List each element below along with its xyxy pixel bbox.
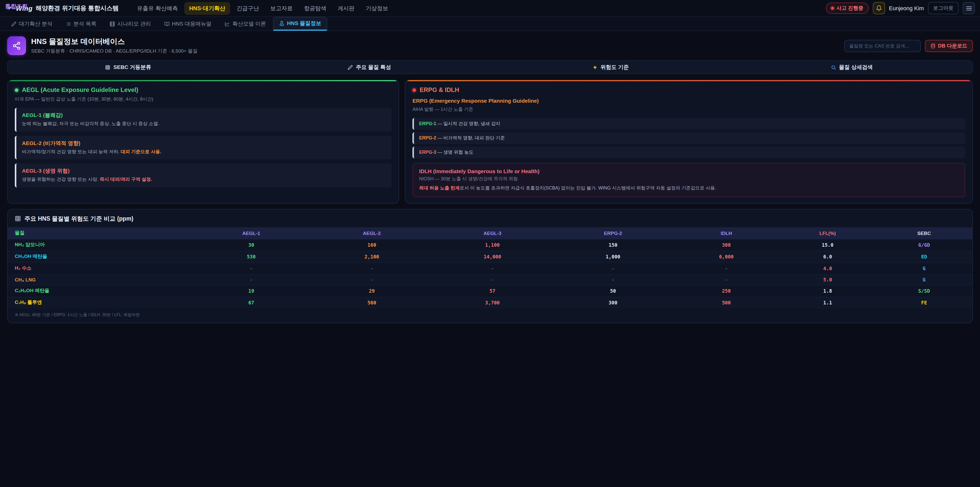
section-tab-label: 물질 상세검색 bbox=[839, 64, 873, 71]
aegl-panel-subtitle: 미국 EPA — 일반인 급성 노출 기준 (10분, 30분, 60분, 4시… bbox=[15, 96, 391, 103]
red-dot-icon bbox=[412, 88, 416, 92]
erpg-level-name: ERPG-2 bbox=[419, 135, 436, 141]
value-cell: ED bbox=[876, 251, 972, 262]
pencil-icon bbox=[11, 21, 16, 27]
value-cell: G bbox=[876, 274, 972, 285]
value-cell: 300 bbox=[553, 297, 673, 308]
erpg-panel-header: ERPG & IDLH bbox=[412, 86, 965, 93]
value-cell: - bbox=[191, 274, 312, 285]
value-cell: - bbox=[432, 274, 553, 285]
substance-name-cell: NH₃ 암모니아 bbox=[8, 239, 191, 251]
tab-label: 분석 목록 bbox=[73, 21, 97, 27]
molecule-icon bbox=[7, 36, 26, 55]
section-tab[interactable]: 주요 물질 특성 bbox=[249, 61, 490, 73]
incident-label: 사고 진행중 bbox=[836, 5, 863, 12]
book-icon bbox=[164, 21, 169, 27]
aegl-level-highlight: 즉시 대피/격리 구역 설정. bbox=[100, 177, 152, 182]
tab[interactable]: 대기확산 분석 bbox=[5, 18, 59, 30]
value-cell: - bbox=[312, 274, 432, 285]
column-header: LFL(%) bbox=[780, 227, 876, 239]
tab[interactable]: 확산모델 이론 bbox=[219, 18, 272, 30]
tab-label: HNS 물질정보 bbox=[287, 20, 321, 27]
page-header: HNS 물질정보 데이터베이스 SEBC 거동분류 · CHRIS/CAMEO … bbox=[0, 31, 980, 60]
value-cell: 67 bbox=[191, 297, 312, 308]
bolt-icon bbox=[592, 65, 597, 70]
column-header: AEGL-1 bbox=[191, 227, 312, 239]
page-header-actions: DB 다운로드 bbox=[844, 40, 973, 52]
value-cell: 160 bbox=[312, 239, 432, 251]
idlh-highlight: 최대 허용 노출 한계 bbox=[419, 185, 460, 190]
substance-name-cell: H₂ 수소 bbox=[8, 262, 191, 274]
table-row: H₂ 수소-----4.0G bbox=[8, 262, 972, 274]
column-header: AEGL-2 bbox=[312, 227, 432, 239]
erpg-level-name: ERPG-1 bbox=[419, 121, 436, 126]
aegl-panel-title: AEGL (Acute Exposure Guideline Level) bbox=[22, 86, 138, 93]
column-header: SEBC bbox=[876, 227, 972, 239]
value-cell: S/SD bbox=[876, 285, 972, 297]
value-cell: 29 bbox=[312, 285, 432, 297]
aegl-level-desc: 생명을 위협하는 건강 영향 또는 사망. 즉시 대피/격리 구역 설정. bbox=[22, 176, 386, 183]
aegl-panel-header: AEGL (Acute Exposure Guideline Level) bbox=[15, 86, 391, 93]
aegl-levels: AEGL-1 (불쾌감)눈에 띄는 불쾌감, 자극 또는 비감각적 증상. 노출… bbox=[15, 108, 391, 187]
green-dot-icon bbox=[15, 88, 18, 92]
erpg-level-desc: — 생명 위협 농도 bbox=[436, 150, 473, 155]
value-cell: - bbox=[191, 262, 312, 274]
idlh-title: IDLH (Immediately Dangerous to Life or H… bbox=[419, 168, 959, 174]
value-cell: - bbox=[673, 262, 780, 274]
section-tab[interactable]: 물질 상세검색 bbox=[731, 61, 972, 73]
erpg-level-desc: — 일시적 건강 영향, 냄새 감지 bbox=[436, 121, 500, 126]
idlh-box: IDLH (Immediately Dangerous to Life or H… bbox=[412, 163, 965, 197]
erpg-level-desc: — 비가역적 영향, 대피 판단 기준 bbox=[436, 135, 505, 141]
substance-search-input[interactable] bbox=[844, 40, 921, 52]
idlh-description: 최대 허용 노출 한계로서 이 농도를 초과하면 자급식 호흡장치(SCBA) … bbox=[419, 185, 959, 192]
section-tab[interactable]: SEBC 거동분류 bbox=[8, 61, 249, 73]
tab[interactable]: 시나리오 관리 bbox=[103, 18, 157, 30]
section-tab-label: SEBC 거동분류 bbox=[113, 64, 151, 71]
erpg-idlh-panel: ERPG & IDLH ERPG (Emergency Response Pla… bbox=[405, 80, 973, 204]
brand-title: 해양환경 위기대응 통합시스템 bbox=[36, 4, 119, 13]
tab-label: 시나리오 관리 bbox=[118, 21, 151, 27]
aegl-level-desc: 비가역적/장기적 건강 영향 또는 대피 능력 저하. 대피 기준으로 사용. bbox=[22, 148, 386, 155]
value-cell: 250 bbox=[673, 285, 780, 297]
value-cell: 6.0 bbox=[780, 251, 876, 262]
erpg-level-row: ERPG-1 — 일시적 건강 영향, 냄새 감지 bbox=[412, 118, 965, 130]
aegl-level-name: AEGL-2 (비가역적 영향) bbox=[22, 140, 386, 147]
value-cell: - bbox=[553, 274, 673, 285]
aegl-level-name: AEGL-3 (생명 위협) bbox=[22, 168, 386, 175]
db-download-button[interactable]: DB 다운로드 bbox=[925, 40, 973, 52]
main-nav: 유출유 확산예측HNS·대기확산긴급구난보고자료항공탐색게시판기상정보통합조회 bbox=[132, 2, 393, 14]
value-cell: FE bbox=[876, 297, 972, 308]
page-title: HNS 물질정보 데이터베이스 bbox=[31, 37, 197, 46]
aegl-level-highlight: 대피 기준으로 사용. bbox=[121, 149, 161, 154]
grid-icon bbox=[105, 65, 110, 70]
bell-icon bbox=[876, 5, 882, 11]
column-header: IDLH bbox=[673, 227, 780, 239]
erpg-subtitle: AIHA 발행 — 1시간 노출 기준 bbox=[412, 106, 965, 113]
tab[interactable]: HNS 물질정보 bbox=[273, 17, 328, 30]
tab[interactable]: 분석 목록 bbox=[60, 18, 103, 30]
pencil-icon bbox=[348, 65, 353, 70]
value-cell: 150 bbox=[553, 239, 673, 251]
erpg-accent-bar bbox=[405, 80, 972, 81]
database-icon bbox=[931, 43, 935, 48]
tab[interactable]: HNS 대응매뉴얼 bbox=[158, 18, 218, 30]
criteria-panels: AEGL (Acute Exposure Guideline Level) 미국… bbox=[7, 80, 973, 204]
aegl-panel-body: AEGL (Acute Exposure Guideline Level) 미국… bbox=[8, 80, 399, 197]
value-cell: - bbox=[312, 262, 432, 274]
value-cell: 500 bbox=[673, 297, 780, 308]
list-icon bbox=[66, 21, 71, 27]
value-cell: - bbox=[553, 262, 673, 274]
nav-item[interactable]: 통합조회 bbox=[0, 0, 980, 5]
tab-label: 대기확산 분석 bbox=[19, 21, 52, 27]
user-name: Eunjeong Kim bbox=[889, 5, 924, 11]
aegl-level-name: AEGL-1 (불쾌감) bbox=[22, 112, 386, 119]
aegl-level-desc: 눈에 띄는 불쾌감, 자극 또는 비감각적 증상. 노출 중단 시 증상 소멸. bbox=[22, 121, 386, 128]
value-cell: 3,700 bbox=[432, 297, 553, 308]
value-cell: 50 bbox=[553, 285, 673, 297]
erpg-level-row: ERPG-2 — 비가역적 영향, 대피 판단 기준 bbox=[412, 132, 965, 144]
value-cell: 2,100 bbox=[312, 251, 432, 262]
value-cell: 4.0 bbox=[780, 262, 876, 274]
value-cell: 1,100 bbox=[432, 239, 553, 251]
value-cell: G/GD bbox=[876, 239, 972, 251]
section-tab[interactable]: 위험도 기준 bbox=[490, 61, 731, 73]
